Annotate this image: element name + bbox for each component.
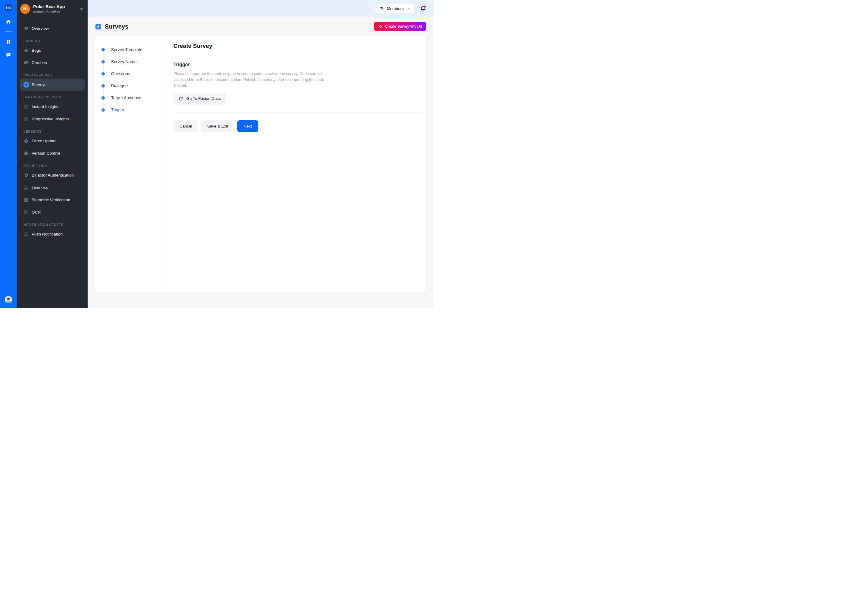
sidebar-item-biometric-verification[interactable]: Biometric Verification (20, 194, 85, 206)
sidebar-item-2-factor-authentication[interactable]: 2 Factor Authentication (20, 169, 85, 181)
workspace-switcher[interactable]: PB Polar Bear App Android, SandBox (17, 0, 88, 17)
step-trigger[interactable]: Trigger (95, 104, 166, 116)
cube-icon (24, 151, 29, 156)
sidebar-item-label: Push Notification (32, 232, 63, 236)
next-button[interactable]: Next (237, 120, 258, 132)
fusion-docs-button[interactable]: Go To Fusion Docs (173, 93, 226, 105)
sidebar-item-progressive-insights[interactable]: Progressive Insights (20, 113, 85, 125)
link-icon (24, 116, 29, 122)
step-label: Trigger (111, 107, 125, 112)
page-title: Surveys (105, 23, 129, 30)
card-scan-icon (24, 210, 29, 215)
sidebar-item-overview[interactable]: Overview (20, 22, 85, 35)
sidebar-section-notification-center: NOTIFICATION CENTER (24, 223, 85, 226)
workspace-subtitle: Android, SandBox (33, 10, 65, 14)
trigger-section-heading: Trigger (173, 62, 419, 68)
workspace-name: Polar Bear App (33, 4, 65, 9)
notification-dot (424, 5, 426, 7)
members-icon (379, 6, 384, 11)
sidebar-item-label: Instant Insights (32, 104, 59, 109)
surveys-star-icon (95, 24, 101, 30)
sidebar-section-versions: VERSIONS (24, 130, 85, 133)
hexagon-up-icon (24, 138, 29, 144)
step-label: Target Audience (111, 95, 141, 100)
create-survey-card: Survey TemplateSurvey NameQuestionsDialo… (95, 36, 426, 292)
icon-rail: PB (0, 0, 17, 308)
sidebar-section-sentiment-insights: SENTIMENT INSIGHTS (24, 95, 85, 99)
rail-divider (5, 31, 12, 31)
apps-grid-icon[interactable] (5, 39, 12, 45)
fusion-docs-label: Go To Fusion Docs (186, 96, 221, 101)
chevron-down-icon (407, 6, 411, 11)
wizard-stepper: Survey TemplateSurvey NameQuestionsDialo… (95, 36, 166, 292)
sidebar-item-label: Overview (32, 26, 49, 31)
step-dot-icon (101, 108, 105, 112)
step-label: Survey Name (111, 59, 137, 64)
wizard-title: Create Survey (173, 43, 419, 49)
create-survey-ai-button[interactable]: Create Survey With AI (374, 22, 426, 31)
step-target-audience[interactable]: Target Audience (95, 92, 166, 104)
step-label: Dialogue (111, 83, 128, 88)
wizard-content: Create Survey Trigger Please incorporate… (166, 36, 426, 292)
crash-icon (24, 60, 29, 66)
sidebar-item-label: Liveness (32, 185, 48, 190)
workspace-meta: Polar Bear App Android, SandBox (33, 4, 65, 14)
step-label: Survey Template (111, 47, 142, 52)
sidebar-nav: OverviewPRODUCTBugsCrashesUSER FEEDBACKS… (17, 17, 88, 240)
sidebar-item-force-update[interactable]: Force Update (20, 135, 85, 147)
step-survey-name[interactable]: Survey Name (95, 56, 166, 68)
step-dot-icon (101, 48, 105, 52)
create-survey-ai-label: Create Survey With AI (385, 24, 422, 28)
overview-icon (24, 26, 29, 31)
external-link-icon (178, 96, 183, 101)
wizard-actions: Cancel Save & Exit Next (173, 120, 419, 132)
sidebar: PB Polar Bear App Android, SandBox Overv… (17, 0, 88, 308)
step-label: Questions (111, 71, 130, 76)
trigger-section-description: Please incorporate the code snippet in s… (173, 71, 337, 88)
members-label: Members (387, 6, 404, 11)
sidebar-item-bugs[interactable]: Bugs (20, 44, 85, 57)
sidebar-item-label: Version Control (32, 151, 60, 156)
bell-icon (24, 232, 29, 237)
step-dot-icon (101, 72, 105, 75)
star-icon (24, 82, 29, 88)
chat-icon[interactable] (5, 52, 12, 58)
step-dialogue[interactable]: Dialogue (95, 80, 166, 92)
sidebar-item-version-control[interactable]: Version Control (20, 147, 85, 159)
sidebar-section-secure-link: SECURE LINK (24, 164, 85, 168)
sidebar-item-label: Crashes (32, 60, 47, 65)
fingerprint-icon (24, 197, 29, 203)
sparkle-icon (378, 24, 383, 29)
page-header: Surveys Create Survey With AI (88, 17, 434, 36)
cancel-button[interactable]: Cancel (173, 120, 198, 132)
sidebar-item-label: Progressive Insights (32, 117, 69, 121)
sidebar-item-label: 2 Factor Authentication (32, 173, 74, 178)
sidebar-item-crashes[interactable]: Crashes (20, 57, 85, 69)
save-exit-button[interactable]: Save & Exit (201, 120, 234, 132)
sidebar-item-push-notification[interactable]: Push Notification (20, 228, 85, 240)
home-icon[interactable] (5, 19, 12, 25)
sidebar-item-instant-insights[interactable]: Instant Insights (20, 101, 85, 113)
bug-icon (24, 48, 29, 53)
user-avatar[interactable] (5, 296, 12, 303)
workspace-logo-initials: PB (6, 6, 11, 9)
notifications-bell-icon[interactable] (419, 5, 427, 13)
sidebar-item-liveness[interactable]: Liveness (20, 181, 85, 194)
step-dot-icon (101, 96, 105, 99)
heart-icon (24, 104, 29, 110)
sidebar-item-ocr[interactable]: OCR (20, 206, 85, 218)
chevron-down-icon (79, 6, 84, 11)
sidebar-item-label: Force Update (32, 139, 57, 143)
step-survey-template[interactable]: Survey Template (95, 44, 166, 56)
app-root: PB PB Polar Bear App Android, SandBox O (0, 0, 434, 308)
members-button[interactable]: Members (375, 4, 414, 14)
workspace-avatar: PB (20, 4, 30, 14)
workspace-avatar-initials: PB (22, 7, 28, 11)
section-divider (173, 112, 422, 113)
sidebar-item-surveys[interactable]: Surveys (20, 79, 85, 91)
workspace-logo[interactable]: PB (5, 4, 13, 11)
topbar: Members (88, 0, 434, 17)
step-questions[interactable]: Questions (95, 68, 166, 80)
sidebar-item-label: Surveys (32, 82, 46, 87)
sidebar-section-product: PRODUCT (24, 39, 85, 43)
